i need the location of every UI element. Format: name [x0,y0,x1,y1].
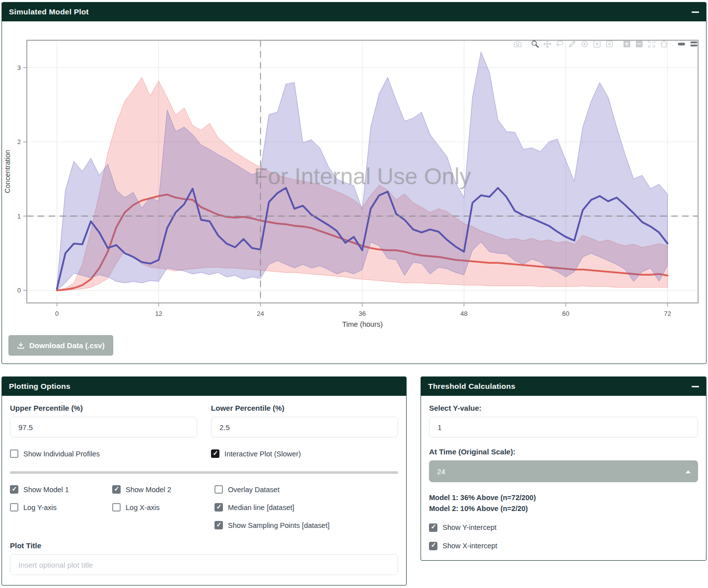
threshold-header: Threshold Calculations [421,377,706,396]
checkbox-label: Show Sampling Points [dataset] [228,521,330,529]
checkbox-label: Overlay Dataset [228,486,280,494]
checkbox-show-sampling-points-dataset[interactable]: Show Sampling Points [dataset] [214,521,398,529]
lasso-select-icon[interactable] [555,39,565,49]
draw-path-icon[interactable] [567,39,577,49]
checkbox-box-icon[interactable] [112,503,121,512]
checkbox-label: Show Model 2 [126,486,171,494]
time-select-label: At Time (Original Scale): [429,447,698,456]
checkbox-box-icon[interactable] [429,523,437,532]
checkbox-box-icon[interactable] [214,521,223,529]
time-select-dropdown[interactable]: 24 [429,460,698,482]
y-value-input[interactable] [429,417,698,438]
y-axis-title: Concentration [3,150,11,193]
checkbox-label: Interactive Plot (Slower) [224,450,301,458]
x-tick-label: 48 [460,310,467,317]
y-tick-label: 0 [17,287,21,294]
threshold-title: Threshold Calculations [428,382,515,391]
checkbox-column: Overlay DatasetMedian line [dataset]Show… [214,485,398,529]
download-icon [17,342,25,350]
threshold-results: Model 1: 36% Above (n=72/200) Model 2: 1… [429,492,698,514]
model1-result: Model 1: 36% Above (n=72/200) [429,492,698,503]
plotting-options-card: Plotting Options Upper Percentile (%) Lo… [1,376,407,586]
checkbox-box-icon[interactable] [10,449,18,458]
plot-title-field: Plot Title [10,541,398,575]
plot-card: Simulated Model Plot 01224364860720123Ti… [1,2,707,364]
reset-home-icon[interactable] [659,39,669,49]
checkbox-label: Log X-axis [126,504,160,512]
layers-icon[interactable] [689,39,699,49]
plotting-options-title: Plotting Options [9,382,71,391]
y-value-field: Select Y-value: [429,404,698,438]
checkbox-box-icon[interactable] [429,542,437,550]
checkbox-label: Show Model 1 [23,486,69,494]
checkbox-box-icon[interactable] [214,503,223,512]
plot-title-input[interactable] [10,554,398,575]
checkbox-show-individual-profiles[interactable]: Show Individual Profiles [10,449,197,458]
checkbox-show-model-1[interactable]: Show Model 1 [10,485,112,494]
lower-percentile-label: Lower Percentile (%) [211,404,398,412]
camera-icon[interactable] [512,39,523,49]
x-tick-label: 36 [358,310,365,317]
zoom-in-square-icon[interactable] [622,39,632,49]
download-button-label: Download Data (.csv) [29,341,105,350]
time-select-field: At Time (Original Scale): 24 [429,447,698,482]
x-tick-label: 72 [664,310,671,317]
lower-percentile-input[interactable] [211,417,398,438]
model-options-checkbox-grid: Show Model 1Log Y-axisShow Model 2Log X-… [10,485,398,529]
download-data-button[interactable]: Download Data (.csv) [8,335,113,356]
concentration-time-chart[interactable]: 01224364860720123Time (hours)Concentrati… [2,36,706,330]
x-tick-label: 12 [155,310,162,317]
upper-percentile-field: Upper Percentile (%) [10,404,197,438]
checkbox-box-icon[interactable] [112,485,121,494]
profile-interactive-checkbox-row: Show Individual ProfilesInteractive Plot… [10,449,398,458]
checkbox-overlay-dataset[interactable]: Overlay Dataset [214,485,398,494]
model2-result: Model 2: 10% Above (n=2/20) [429,503,698,514]
pill-icon[interactable] [676,39,687,49]
y-value-label: Select Y-value: [429,404,698,412]
checkbox-show-model-2[interactable]: Show Model 2 [112,485,214,494]
checkbox-column: Show Model 2Log X-axis [112,485,214,529]
checkbox-label: Log Y-axis [23,504,57,512]
time-select-value: 24 [437,467,445,476]
intercept-checkboxes: Show Y-interceptShow X-intercept [429,523,698,550]
plotting-options-header: Plotting Options [2,377,406,396]
plotly-modebar [510,39,699,49]
y-tick-label: 3 [17,64,21,72]
watermark-text: For Internal Use Only [254,163,471,189]
zoom-in-circle-icon[interactable] [579,39,590,49]
checkbox-box-icon[interactable] [211,449,219,458]
upper-percentile-label: Upper Percentile (%) [10,404,197,412]
plot-card-body: 01224364860720123Time (hours)Concentrati… [2,36,706,364]
x-tick-label: 24 [257,310,264,317]
checkbox-label: Show X-intercept [442,542,497,550]
checkbox-interactive-plot-slower[interactable]: Interactive Plot (Slower) [211,449,398,458]
plot-title-label: Plot Title [10,541,398,550]
upper-percentile-input[interactable] [10,417,197,438]
autoscale-icon[interactable] [646,39,657,49]
checkbox-median-line-dataset[interactable]: Median line [dataset] [214,503,398,512]
checkbox-box-icon[interactable] [10,503,18,512]
checkbox-show-y-intercept[interactable]: Show Y-intercept [429,523,698,532]
checkbox-label: Show Y-intercept [442,523,496,531]
plot-card-title: Simulated Model Plot [9,7,89,16]
erase-shape-icon[interactable] [604,39,615,49]
checkbox-box-icon[interactable] [214,485,223,494]
checkbox-log-y-axis[interactable]: Log Y-axis [10,503,112,512]
checkbox-log-x-axis[interactable]: Log X-axis [112,503,214,512]
pan-arrows-icon[interactable] [542,39,553,49]
x-axis-title: Time (hours) [342,320,383,328]
threshold-collapse-minus-icon[interactable] [692,386,699,387]
lower-percentile-field: Lower Percentile (%) [211,404,398,438]
checkbox-box-icon[interactable] [10,485,18,494]
collapse-minus-icon[interactable] [692,11,699,13]
bottom-row: Plotting Options Upper Percentile (%) Lo… [1,376,707,587]
zoom-magnifier-icon[interactable] [530,39,540,49]
zoom-box-icon[interactable] [592,39,602,49]
checkbox-column: Show Model 1Log Y-axis [10,485,112,529]
x-tick-label: 60 [562,310,569,317]
y-tick-label: 2 [17,138,21,146]
y-tick-label: 1 [17,213,21,220]
zoom-out-square-icon[interactable] [634,39,644,49]
checkbox-show-x-intercept[interactable]: Show X-intercept [429,542,698,550]
threshold-body: Select Y-value: At Time (Original Scale)… [421,396,706,560]
